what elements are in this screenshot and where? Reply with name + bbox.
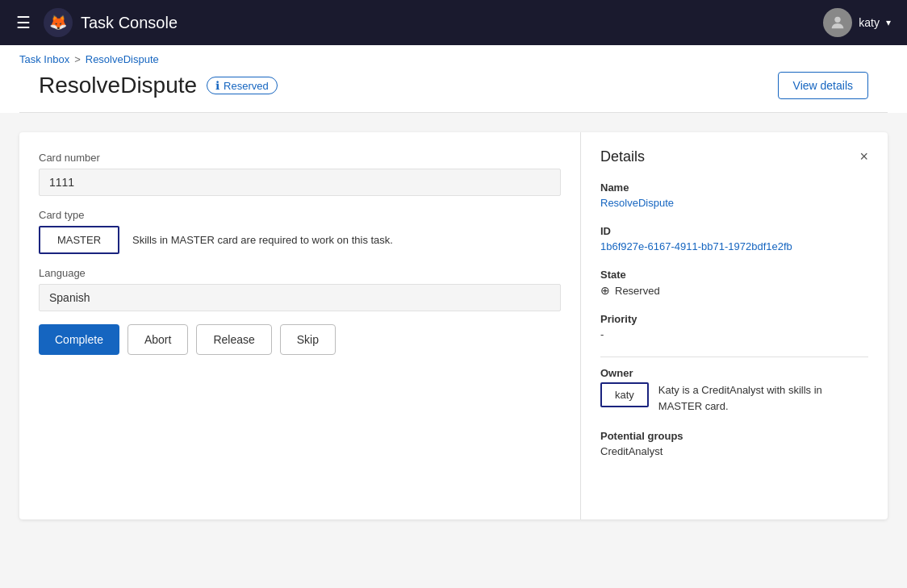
card-number-label: Card number bbox=[39, 152, 561, 164]
breadcrumb-separator: > bbox=[74, 53, 81, 65]
detail-id-section: ID 1b6f927e-6167-4911-bb71-1972bdf1e2fb bbox=[600, 225, 868, 252]
page-header-area: Task Inbox > ResolveDispute ResolveDispu… bbox=[0, 45, 907, 113]
name-key: Name bbox=[600, 181, 868, 194]
details-header: Details × bbox=[600, 148, 868, 165]
card-type-field: Card type MASTER Skills in MASTER card a… bbox=[39, 209, 561, 254]
card-type-select[interactable]: MASTER bbox=[39, 226, 119, 254]
id-key: ID bbox=[600, 225, 868, 237]
state-icon: ⊕ bbox=[600, 284, 610, 297]
id-val: 1b6f927e-6167-4911-bb71-1972bdf1e2fb bbox=[600, 240, 868, 252]
state-key: State bbox=[600, 269, 868, 281]
app-title: Task Console bbox=[81, 14, 823, 32]
action-buttons: Complete Abort Release Skip bbox=[39, 324, 561, 355]
info-icon: ℹ bbox=[215, 79, 219, 92]
breadcrumb: Task Inbox > ResolveDispute bbox=[19, 53, 888, 65]
details-panel: Details × Name ResolveDispute ID 1b6f927… bbox=[581, 132, 888, 519]
detail-potential-groups-section: Potential groups CreditAnalyst bbox=[600, 430, 868, 457]
view-details-button[interactable]: View details bbox=[778, 72, 868, 99]
title-area: ResolveDispute ℹ Reserved bbox=[39, 73, 278, 98]
detail-owner-section: Owner katy Katy is a CreditAnalyst with … bbox=[600, 367, 868, 414]
breadcrumb-current: ResolveDispute bbox=[86, 53, 159, 65]
card-type-row: MASTER Skills in MASTER card are require… bbox=[39, 226, 561, 254]
name-val: ResolveDispute bbox=[600, 197, 868, 209]
detail-state-section: State ⊕ Reserved bbox=[600, 269, 868, 297]
chevron-down-icon: ▾ bbox=[886, 17, 891, 28]
user-menu[interactable]: katy ▾ bbox=[823, 8, 891, 37]
language-label: Language bbox=[39, 267, 561, 279]
card-number-value: 1111 bbox=[39, 169, 561, 196]
owner-desc: Katy is a CreditAnalyst with skills in M… bbox=[658, 382, 868, 414]
card-type-label: Card type bbox=[39, 209, 561, 221]
avatar bbox=[823, 8, 852, 37]
page-header: ResolveDispute ℹ Reserved View details bbox=[19, 65, 888, 113]
section-divider bbox=[600, 357, 868, 357]
page-title: ResolveDispute bbox=[39, 73, 197, 98]
reserved-badge: ℹ Reserved bbox=[207, 77, 278, 94]
owner-row: katy Katy is a CreditAnalyst with skills… bbox=[600, 382, 868, 414]
close-button[interactable]: × bbox=[859, 148, 868, 165]
priority-key: Priority bbox=[600, 313, 868, 325]
state-row: ⊕ Reserved bbox=[600, 284, 868, 297]
language-field: Language Spanish bbox=[39, 267, 561, 311]
hamburger-menu-icon[interactable]: ☰ bbox=[16, 13, 31, 32]
main-content: Card number 1111 Card type MASTER Skills… bbox=[0, 113, 907, 539]
detail-priority-section: Priority - bbox=[600, 313, 868, 340]
owner-key: Owner bbox=[600, 367, 868, 379]
skill-warning: Skills in MASTER card are required to wo… bbox=[132, 234, 393, 246]
potential-groups-key: Potential groups bbox=[600, 430, 868, 442]
state-val: Reserved bbox=[615, 285, 660, 297]
detail-name-section: Name ResolveDispute bbox=[600, 181, 868, 209]
top-navigation: ☰ 🦊 Task Console katy ▾ bbox=[0, 0, 907, 45]
language-value: Spanish bbox=[39, 284, 561, 311]
owner-box: katy bbox=[600, 382, 649, 407]
complete-button[interactable]: Complete bbox=[39, 324, 119, 355]
priority-val: - bbox=[600, 328, 868, 340]
badge-label: Reserved bbox=[224, 80, 269, 92]
username-label: katy bbox=[859, 16, 880, 29]
svg-point-2 bbox=[835, 17, 841, 23]
card-number-field: Card number 1111 bbox=[39, 152, 561, 196]
task-card: Card number 1111 Card type MASTER Skills… bbox=[19, 132, 888, 519]
svg-text:🦊: 🦊 bbox=[49, 14, 68, 31]
skip-button[interactable]: Skip bbox=[280, 324, 336, 355]
details-title: Details bbox=[600, 148, 645, 165]
app-logo: 🦊 bbox=[44, 8, 73, 37]
release-button[interactable]: Release bbox=[196, 324, 271, 355]
task-form-panel: Card number 1111 Card type MASTER Skills… bbox=[19, 132, 581, 519]
abort-button[interactable]: Abort bbox=[127, 324, 188, 355]
breadcrumb-home[interactable]: Task Inbox bbox=[19, 53, 69, 65]
potential-groups-val: CreditAnalyst bbox=[600, 445, 868, 457]
